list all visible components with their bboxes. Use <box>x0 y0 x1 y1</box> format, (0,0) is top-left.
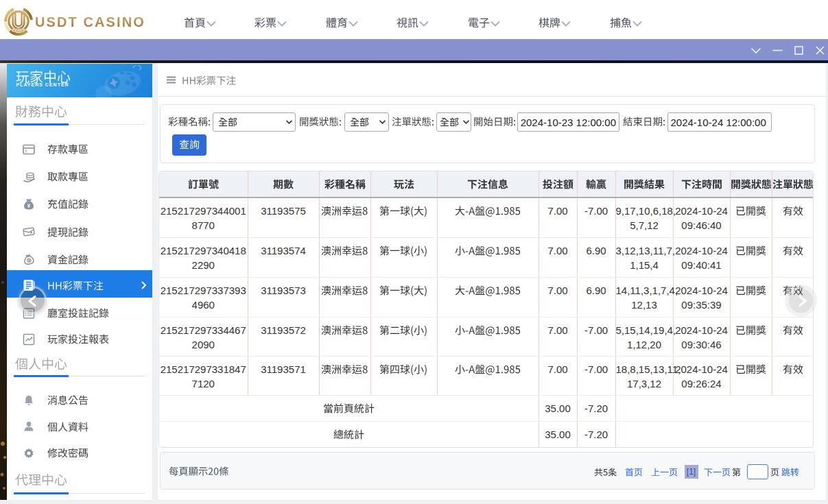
svg-text:CASINO: CASINO <box>12 29 24 32</box>
